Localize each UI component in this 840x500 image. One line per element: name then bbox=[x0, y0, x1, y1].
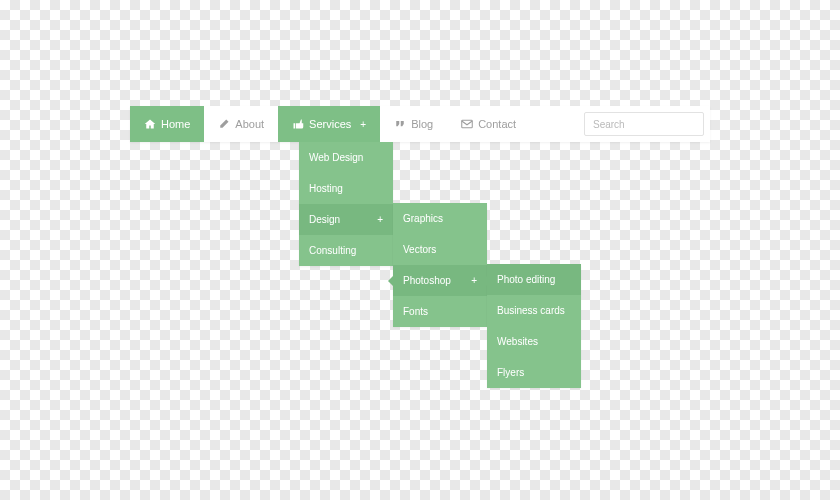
dropdown-label: Consulting bbox=[309, 245, 356, 256]
navbar: Home About Services + Blog Contact bbox=[130, 106, 710, 142]
dropdown-label: Photo editing bbox=[497, 274, 555, 285]
expand-icon: + bbox=[471, 275, 477, 286]
dropdown-label: Business cards bbox=[497, 305, 565, 316]
dropdown-item-photo-editing[interactable]: Photo editing bbox=[487, 264, 581, 295]
dropdown-label: Web Design bbox=[309, 152, 363, 163]
nav-services-label: Services bbox=[309, 118, 351, 130]
svg-rect-0 bbox=[462, 120, 473, 128]
nav-blog[interactable]: Blog bbox=[380, 106, 447, 142]
dropdown-item-fonts[interactable]: Fonts bbox=[393, 296, 487, 327]
nav-about[interactable]: About bbox=[204, 106, 278, 142]
dropdown-label: Flyers bbox=[497, 367, 524, 378]
dropdown-label: Graphics bbox=[403, 213, 443, 224]
dropdown-item-web-design[interactable]: Web Design bbox=[299, 142, 393, 173]
dropdown-label: Hosting bbox=[309, 183, 343, 194]
dropdown-label: Fonts bbox=[403, 306, 428, 317]
dropdown-item-flyers[interactable]: Flyers bbox=[487, 357, 581, 388]
nav-home[interactable]: Home bbox=[130, 106, 204, 142]
dropdown-label: Vectors bbox=[403, 244, 436, 255]
nav-blog-label: Blog bbox=[411, 118, 433, 130]
home-icon bbox=[144, 118, 156, 130]
nav-services[interactable]: Services + bbox=[278, 106, 380, 142]
dropdown-item-vectors[interactable]: Vectors bbox=[393, 234, 487, 265]
dropdown-item-photoshop[interactable]: Photoshop + bbox=[393, 265, 487, 296]
navbar-container: Home About Services + Blog Contact bbox=[130, 106, 710, 142]
dropdown-label: Design bbox=[309, 214, 340, 225]
dropdown-photoshop: Photo editing Business cards Websites Fl… bbox=[487, 264, 581, 388]
pencil-icon bbox=[218, 118, 230, 130]
nav-services-expand: + bbox=[360, 119, 366, 130]
nav-contact-label: Contact bbox=[478, 118, 516, 130]
dropdown-item-consulting[interactable]: Consulting bbox=[299, 235, 393, 266]
dropdown-label: Websites bbox=[497, 336, 538, 347]
dropdown-design: Graphics Vectors Photoshop + Fonts bbox=[393, 203, 487, 327]
dropdown-item-business-cards[interactable]: Business cards bbox=[487, 295, 581, 326]
dropdown-item-websites[interactable]: Websites bbox=[487, 326, 581, 357]
dropdown-item-hosting[interactable]: Hosting bbox=[299, 173, 393, 204]
nav-home-label: Home bbox=[161, 118, 190, 130]
dropdown-item-design[interactable]: Design + bbox=[299, 204, 393, 235]
search-input[interactable] bbox=[584, 112, 704, 136]
thumb-up-icon bbox=[292, 118, 304, 130]
dropdown-services: Web Design Hosting Design + Consulting bbox=[299, 142, 393, 266]
nav-contact[interactable]: Contact bbox=[447, 106, 530, 142]
envelope-icon bbox=[461, 118, 473, 130]
expand-icon: + bbox=[377, 214, 383, 225]
nav-about-label: About bbox=[235, 118, 264, 130]
dropdown-label: Photoshop bbox=[403, 275, 451, 286]
dropdown-item-graphics[interactable]: Graphics bbox=[393, 203, 487, 234]
quote-icon bbox=[394, 118, 406, 130]
search-slot bbox=[578, 106, 710, 142]
